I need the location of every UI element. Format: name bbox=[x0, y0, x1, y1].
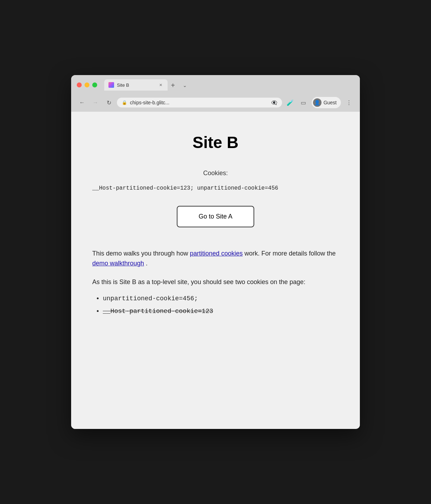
traffic-lights bbox=[77, 82, 97, 87]
tabs-row: Site B ✕ + ⌄ bbox=[104, 79, 354, 91]
cookie-list-item-1: unpartitioned-cookie=456; bbox=[103, 293, 339, 304]
cookie-list: unpartitioned-cookie=456; __Host-partiti… bbox=[92, 293, 339, 317]
tab-close-button[interactable]: ✕ bbox=[158, 82, 163, 88]
cookie-list-item-2: __Host-partitioned-cookie=123 bbox=[103, 306, 339, 317]
back-button[interactable]: ← bbox=[77, 97, 87, 108]
address-bar[interactable]: 🔒 chips-site-b.glitc... 👁‍🗨 bbox=[117, 98, 282, 107]
browser-window: Site B ✕ + ⌄ ← → ↻ 🔒 chips-site-b.glitc.… bbox=[71, 75, 360, 429]
close-button[interactable] bbox=[77, 82, 82, 87]
forward-button[interactable]: → bbox=[90, 97, 101, 108]
reload-button[interactable]: ↻ bbox=[104, 97, 114, 108]
partitioned-cookies-link[interactable]: partitioned cookies bbox=[190, 250, 243, 257]
nav-bar: ← → ↻ 🔒 chips-site-b.glitc... 👁‍🗨 🧪 ▭ 👤 … bbox=[71, 94, 360, 112]
tab-dropdown-button[interactable]: ⌄ bbox=[180, 80, 190, 91]
user-label: Guest bbox=[324, 100, 337, 105]
description-text-end: . bbox=[146, 260, 148, 267]
avatar: 👤 bbox=[313, 98, 321, 107]
eye-slash-icon: 👁‍🗨 bbox=[271, 100, 277, 105]
as-site-text: As this is Site B as a top-level site, y… bbox=[92, 277, 339, 287]
tab-favicon bbox=[108, 82, 114, 88]
page-title: Site B bbox=[92, 133, 339, 152]
tab-title: Site B bbox=[117, 82, 155, 88]
description-paragraph: This demo walks you through how partitio… bbox=[92, 248, 339, 269]
labs-icon[interactable]: 🧪 bbox=[285, 97, 295, 108]
new-tab-button[interactable]: + bbox=[168, 80, 178, 91]
title-bar: Site B ✕ + ⌄ bbox=[71, 75, 360, 94]
cookie-value: __Host-partitioned-cookie=123; unpartiti… bbox=[92, 184, 339, 193]
user-profile-button[interactable]: 👤 Guest bbox=[312, 97, 341, 108]
active-tab[interactable]: Site B ✕ bbox=[104, 79, 168, 91]
goto-site-a-button[interactable]: Go to Site A bbox=[177, 206, 254, 227]
demo-walkthrough-link[interactable]: demo walkthrough bbox=[92, 260, 144, 267]
description-text-start: This demo walks you through how bbox=[92, 250, 188, 257]
lock-icon: 🔒 bbox=[122, 100, 127, 105]
cookies-label: Cookies: bbox=[92, 170, 339, 177]
description-text-mid: work. For more details follow the bbox=[244, 250, 336, 257]
minimize-button[interactable] bbox=[85, 82, 89, 87]
page-content: Site B Cookies: __Host-partitioned-cooki… bbox=[71, 112, 360, 429]
address-text: chips-site-b.glitc... bbox=[130, 100, 268, 105]
menu-button[interactable]: ⋮ bbox=[344, 97, 354, 108]
sidebar-button[interactable]: ▭ bbox=[298, 97, 309, 108]
maximize-button[interactable] bbox=[92, 82, 97, 87]
